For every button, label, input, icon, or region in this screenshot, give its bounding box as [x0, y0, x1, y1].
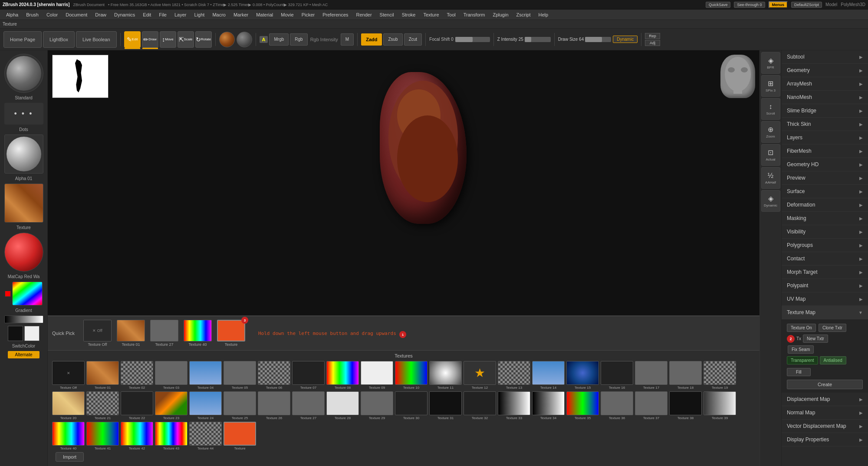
- menu-macro[interactable]: Macro: [209, 11, 229, 18]
- viewport[interactable]: ◈ BPR ⊞ SPix 3 ↕ Scroll ⊕ Zoom ⊡ Actua: [48, 50, 781, 466]
- antialised-button[interactable]: Antialised: [820, 356, 846, 364]
- draw-tool-button[interactable]: ✏ Draw: [142, 31, 158, 48]
- preview-item[interactable]: Preview ▶: [782, 171, 868, 185]
- color-picker[interactable]: [12, 282, 43, 305]
- menu-draw[interactable]: Draw: [92, 11, 110, 18]
- matcap-preview[interactable]: [4, 233, 43, 272]
- subtool-item[interactable]: Subtool ▶: [782, 50, 868, 64]
- tex-item-06[interactable]: Texture 06: [258, 361, 290, 390]
- z-intensity-slider[interactable]: [525, 37, 551, 42]
- tex-item-15[interactable]: Texture 15: [566, 361, 599, 390]
- tex-item-19[interactable]: Texture 19: [704, 361, 736, 390]
- menu-help[interactable]: Help: [535, 11, 552, 18]
- menu-texture[interactable]: Texture: [420, 11, 442, 18]
- aahalf-button[interactable]: ½ AAHalf: [761, 167, 780, 189]
- uvmap-item[interactable]: UV Map ▶: [782, 292, 868, 306]
- material-preview-2[interactable]: [237, 32, 252, 47]
- dynamic-viewport-button[interactable]: ◈ Dynamic: [761, 190, 780, 212]
- texturemap-item[interactable]: Texture Map ▼: [782, 306, 868, 319]
- tex-item-18[interactable]: Texture 18: [669, 361, 702, 390]
- tex-item-35[interactable]: Texture 35: [566, 391, 599, 420]
- geometryhd-item[interactable]: Geometry HD ▶: [782, 158, 868, 171]
- menu-stroke[interactable]: Stroke: [398, 11, 419, 18]
- menu-stencil[interactable]: Stencil: [376, 11, 398, 18]
- tex-item-27[interactable]: Texture 27: [292, 391, 325, 420]
- menu-movie[interactable]: Movie: [277, 11, 297, 18]
- tex-item-29[interactable]: Texture 29: [361, 391, 393, 420]
- tex-item-22[interactable]: Texture 22: [121, 391, 153, 420]
- tex-item-14[interactable]: Texture 14: [532, 361, 565, 390]
- tex-item-12[interactable]: ★ Texture 12: [464, 361, 496, 390]
- tex-item-38[interactable]: Texture 38: [669, 391, 702, 420]
- edit-tool-button[interactable]: ✎ Edit: [124, 31, 141, 48]
- vectordisplacementmap-item[interactable]: Vector Displacement Map ▶: [782, 420, 868, 433]
- lightbox-button[interactable]: LightBox: [43, 31, 75, 48]
- rep-button[interactable]: Rep: [645, 33, 660, 39]
- mrgb-button[interactable]: Mrgb: [269, 33, 289, 46]
- tex-item-texture-selected[interactable]: Texture: [224, 422, 256, 450]
- menu-document[interactable]: Document: [62, 11, 91, 18]
- tex-item-13[interactable]: Texture 13: [498, 361, 530, 390]
- morphtarget-item[interactable]: Morph Target ▶: [782, 266, 868, 279]
- alternate-button[interactable]: Alternate: [8, 351, 39, 358]
- scroll-button[interactable]: ↕ Scroll: [761, 98, 780, 120]
- tex-item-24[interactable]: Texture 24: [189, 391, 222, 420]
- texture-thumbnail[interactable]: [4, 184, 43, 223]
- menus-button[interactable]: Menus: [769, 1, 788, 8]
- quicksave-button[interactable]: QuickSave: [706, 2, 731, 8]
- transparent-button[interactable]: Transparent: [787, 356, 818, 364]
- menu-layer[interactable]: Layer: [171, 11, 190, 18]
- gradient-bar[interactable]: [4, 315, 43, 323]
- menu-alpha[interactable]: Alpha: [3, 11, 22, 18]
- bpr-button[interactable]: ◈ BPR: [761, 52, 780, 74]
- m-button[interactable]: M: [341, 33, 354, 46]
- quick-item-01[interactable]: Texture 01: [116, 319, 146, 348]
- tex-item-34[interactable]: Texture 34: [532, 391, 565, 420]
- scale-tool-button[interactable]: ⇱ Scale: [178, 31, 194, 48]
- tex-item-39[interactable]: Texture 39: [704, 391, 736, 420]
- rgb-button[interactable]: Rgb: [290, 33, 307, 46]
- menu-render[interactable]: Render: [353, 11, 375, 18]
- a-mode-button[interactable]: A: [260, 36, 268, 43]
- tex-item-26[interactable]: Texture 26: [258, 391, 290, 420]
- fix-seam-button[interactable]: Fix Seam: [788, 345, 814, 354]
- quick-item-40[interactable]: Texture 40: [183, 319, 213, 348]
- zadd-button[interactable]: Zadd: [361, 33, 382, 46]
- tex-item-41[interactable]: Texture 41: [86, 422, 119, 450]
- tex-item-20[interactable]: Texture 20: [52, 391, 85, 420]
- tex-item-01[interactable]: Texture 01: [86, 361, 119, 390]
- geometry-item[interactable]: Geometry ▶: [782, 64, 868, 77]
- displacementmap-item[interactable]: Displacement Map ▶: [782, 393, 868, 406]
- menu-transform[interactable]: Transform: [460, 11, 489, 18]
- menu-file[interactable]: File: [155, 11, 170, 18]
- slimebridge-item[interactable]: Slime Bridge ▶: [782, 104, 868, 118]
- menu-brush[interactable]: Brush: [23, 11, 42, 18]
- nanomesh-item[interactable]: NanoMesh ▶: [782, 91, 868, 104]
- tex-item-44[interactable]: Texture 44: [189, 422, 222, 450]
- quick-item-27[interactable]: Texture 27: [149, 319, 179, 348]
- rotate-tool-button[interactable]: ↻ Rotate: [195, 31, 212, 48]
- clone-txtr-button[interactable]: Clone Txtr: [819, 324, 846, 332]
- tex-item-25[interactable]: Texture 25: [224, 391, 256, 420]
- dynamic-button[interactable]: Dynamic: [613, 36, 638, 43]
- import-button[interactable]: Import: [56, 452, 84, 462]
- contact-item[interactable]: Contact ▶: [782, 252, 868, 266]
- tex-item-21[interactable]: Texture 21: [86, 391, 119, 420]
- menu-tool[interactable]: Tool: [444, 11, 459, 18]
- zsub-button[interactable]: Zsub: [383, 33, 402, 46]
- create-button[interactable]: Create: [787, 380, 863, 389]
- tex-item-16[interactable]: Texture 16: [601, 361, 633, 390]
- brush-dots-preview[interactable]: • • •: [4, 103, 43, 125]
- draw-size-slider[interactable]: [585, 37, 611, 42]
- liveboolean-button[interactable]: Live Boolean: [76, 31, 117, 48]
- alpha-preview[interactable]: [4, 135, 43, 174]
- deformation-item[interactable]: Deformation ▶: [782, 198, 868, 212]
- defaultzscript-button[interactable]: DefaultZScript: [791, 2, 822, 8]
- adj-button[interactable]: Adj: [645, 40, 660, 46]
- focal-slider[interactable]: [455, 37, 490, 42]
- tex-item-43[interactable]: Texture 43: [155, 422, 187, 450]
- menu-zplugin[interactable]: Zplugin: [489, 11, 512, 18]
- menu-dynamics[interactable]: Dynamics: [111, 11, 138, 18]
- polygroups-item[interactable]: Polygroups ▶: [782, 239, 868, 252]
- tex-item-23[interactable]: Texture 23: [155, 391, 187, 420]
